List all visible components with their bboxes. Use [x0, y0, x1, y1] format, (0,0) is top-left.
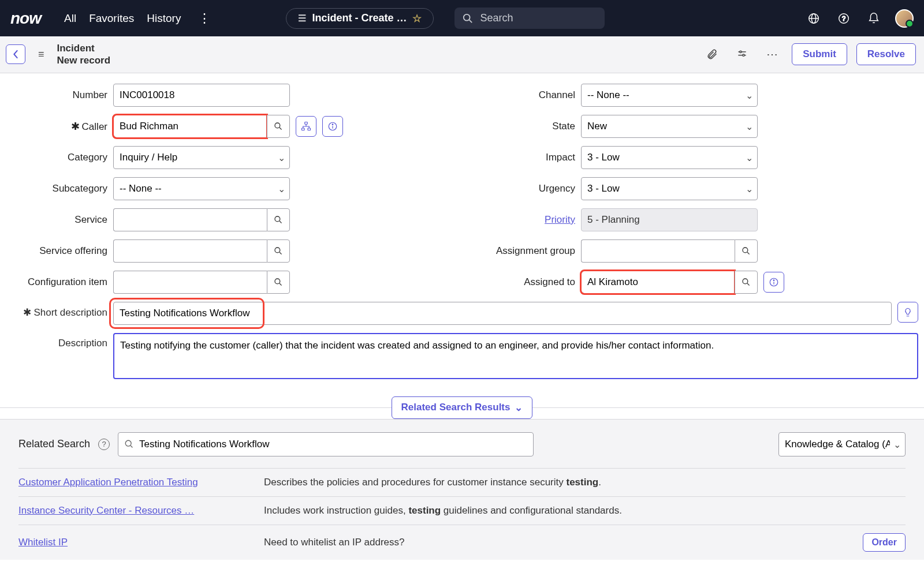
impact-select[interactable] [581, 146, 758, 169]
svg-line-29 [747, 283, 750, 286]
top-nav: now All Favorites History ⋮ ☰ Incident -… [0, 0, 924, 36]
svg-point-28 [743, 279, 748, 284]
field-service-offering: Service offering [6, 239, 450, 263]
resolve-button[interactable]: Resolve [856, 43, 916, 65]
nav-more-icon[interactable]: ⋮ [193, 11, 215, 26]
search-icon [463, 13, 473, 24]
field-configuration-item: Configuration item [6, 271, 450, 294]
field-assignment-group: Assignment group [474, 239, 918, 263]
number-input[interactable] [113, 84, 290, 107]
svg-line-27 [747, 252, 750, 254]
svg-point-9 [740, 51, 742, 53]
config-item-input[interactable] [113, 271, 267, 294]
field-short-description: ✱ Short description [6, 302, 918, 325]
field-channel: Channel ⌄ [474, 84, 918, 107]
state-select[interactable] [581, 115, 758, 138]
svg-point-19 [332, 123, 333, 125]
form-area: Number ✱Caller Category [0, 73, 924, 385]
globe-icon[interactable] [805, 10, 822, 27]
global-search[interactable]: Search [454, 8, 605, 29]
svg-rect-15 [302, 128, 305, 130]
star-icon[interactable]: ☆ [412, 12, 422, 25]
svg-point-0 [464, 14, 470, 20]
result-row: Customer Application Penetration Testing… [18, 468, 906, 496]
related-help-icon[interactable]: ? [98, 439, 110, 450]
submit-button[interactable]: Submit [792, 43, 847, 65]
related-search-area: Related Search ? ⌄ Customer Application … [0, 419, 924, 560]
caller-tree-icon[interactable] [296, 116, 316, 137]
result-row: Instance Security Center - Resources … I… [18, 496, 906, 525]
form-left-column: Number ✱Caller Category [6, 84, 450, 294]
avatar[interactable] [895, 9, 914, 28]
service-lookup-icon[interactable] [267, 208, 290, 231]
tab-title: Incident - Create … [312, 12, 407, 24]
back-button[interactable] [6, 44, 25, 64]
service-offering-input[interactable] [113, 239, 267, 263]
form-menu-icon[interactable]: ≡ [35, 48, 48, 61]
svg-point-32 [773, 279, 774, 280]
attachment-icon[interactable] [702, 46, 722, 63]
svg-line-23 [280, 252, 282, 254]
nav-favorites[interactable]: Favorites [89, 12, 134, 25]
field-priority: Priority 5 - Planning [474, 208, 918, 231]
result-desc: Describes the policies and procedures fo… [264, 477, 906, 488]
related-filter-select[interactable] [778, 432, 906, 456]
record-title: Incident New record [57, 42, 111, 67]
assigned-to-input[interactable] [581, 271, 735, 294]
priority-label-link[interactable]: Priority [545, 214, 575, 225]
svg-point-12 [275, 123, 280, 128]
caller-input[interactable] [113, 115, 267, 138]
result-desc: Need to whitelist an IP address? [264, 537, 845, 548]
active-tab-pill[interactable]: ☰ Incident - Create … ☆ [286, 8, 434, 29]
list-icon: ☰ [298, 13, 306, 24]
help-icon[interactable]: ? [835, 10, 852, 27]
assigned-to-lookup-icon[interactable] [735, 271, 758, 294]
nav-all[interactable]: All [64, 12, 76, 25]
priority-readonly: 5 - Planning [581, 208, 758, 231]
related-search-toggle[interactable]: Related Search Results ⌄ [392, 396, 533, 419]
urgency-select[interactable] [581, 177, 758, 200]
subcategory-select[interactable] [113, 177, 290, 200]
svg-point-24 [275, 279, 280, 284]
channel-select[interactable] [581, 84, 758, 107]
related-search-input[interactable] [118, 432, 534, 456]
svg-line-25 [280, 283, 282, 286]
chevron-down-icon: ⌄ [515, 402, 523, 414]
result-row: Whitelist IP Need to whitelist an IP add… [18, 525, 906, 560]
result-link[interactable]: Customer Application Penetration Testing [18, 477, 247, 488]
result-link[interactable]: Instance Security Center - Resources … [18, 505, 247, 516]
field-assigned-to: Assigned to [474, 271, 918, 294]
svg-line-21 [280, 221, 282, 223]
description-textarea[interactable]: Testing notifying the customer (caller) … [113, 333, 918, 379]
svg-line-1 [470, 20, 472, 23]
assigned-to-info-icon[interactable] [763, 272, 784, 293]
result-link[interactable]: Whitelist IP [18, 537, 247, 548]
filter-settings-icon[interactable] [732, 46, 752, 62]
related-toggle-bar: Related Search Results ⌄ [0, 396, 924, 419]
svg-rect-14 [305, 122, 308, 124]
category-select[interactable] [113, 146, 290, 169]
short-description-input[interactable] [113, 302, 892, 325]
short-description-suggestion-icon[interactable] [897, 302, 918, 323]
assignment-group-lookup-icon[interactable] [735, 239, 758, 263]
caller-lookup-icon[interactable] [267, 115, 290, 138]
svg-point-22 [275, 248, 280, 253]
field-impact: Impact ⌄ [474, 146, 918, 169]
assignment-group-input[interactable] [581, 239, 735, 263]
search-placeholder: Search [480, 12, 513, 24]
field-number: Number [6, 84, 450, 107]
bell-icon[interactable] [865, 10, 882, 27]
field-state: State ⌄ [474, 115, 918, 138]
svg-point-20 [275, 216, 280, 222]
more-actions-icon[interactable]: ⋯ [762, 45, 783, 63]
order-button[interactable]: Order [863, 533, 906, 552]
config-item-lookup-icon[interactable] [267, 271, 290, 294]
record-header: ≡ Incident New record ⋯ Submit Resolve [0, 36, 924, 73]
caller-info-icon[interactable] [322, 116, 343, 137]
logo: now [10, 9, 41, 28]
field-subcategory: Subcategory ⌄ [6, 177, 450, 200]
service-offering-lookup-icon[interactable] [267, 239, 290, 263]
service-input[interactable] [113, 208, 267, 231]
svg-point-11 [743, 54, 744, 56]
nav-history[interactable]: History [147, 12, 181, 25]
